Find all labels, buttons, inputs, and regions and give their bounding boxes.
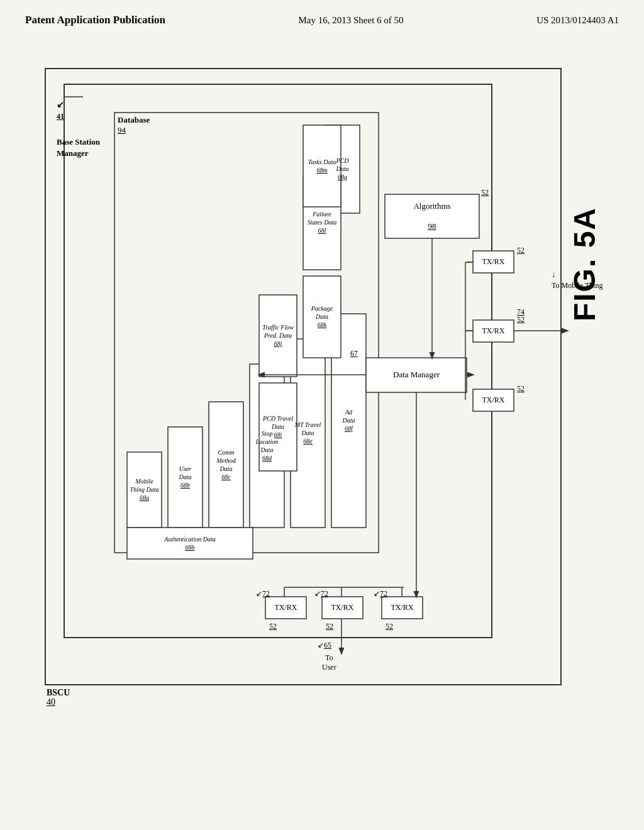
txrx-right-1: TX/RX [473,251,514,273]
bscu-num: 40 [47,697,55,707]
txrx-bottom-1: TX/RX [265,597,306,619]
data-box-68h: Authentication Data68h [127,528,253,559]
bsm-ref-arrow: ↙ [57,100,64,109]
txrx-right-2: TX/RX [473,320,514,342]
data-box-68j: Traffic FlowPred. Data68j [259,295,297,377]
publication-title: Patent Application Publication [25,13,165,28]
txrx-bottom-3: TX/RX [382,597,423,619]
algo-ref-num: 52 [481,188,489,197]
diagram: BSCU 40 ↙ 41 Base Station Manager Databa… [33,50,611,773]
bsm-label: ↙ 41 Base Station Manager [57,87,100,160]
to-user-label: ToUser [322,653,336,672]
db-num: 94 [118,125,126,135]
data-manager-box: 67 Data Manager [366,358,467,392]
page-header: Patent Application Publication May 16, 2… [25,13,619,31]
ref-52-bot-a: 52 [269,622,277,631]
txrx-bottom-2: TX/RX [322,597,363,619]
bscu-label: BSCU [47,688,70,698]
ref-74: 74 [517,307,525,317]
data-box-68m: Tasks Data68m [303,125,341,207]
data-box-68k: PackageData68k [303,276,341,358]
publication-number: US 2013/0124403 A1 [536,13,619,26]
ref-72-a: ↙72 [256,589,270,599]
ref-52-bot-c: 52 [386,622,393,631]
data-box-68b: UserData68b [168,427,203,528]
page: Patent Application Publication May 16, 2… [0,0,644,830]
publication-date: May 16, 2013 Sheet 6 of 50 [298,13,403,26]
ref-65: ↙65 [318,641,331,650]
algorithms-box: Algorithms 98 [385,194,479,238]
db-label: Database [118,115,150,125]
data-box-68c: CommMethodData68c [209,402,243,528]
ref-72-c: ↙72 [374,589,387,599]
ref-52-a: 52 [517,246,525,255]
data-box-68a: MobileThing Data68a [127,452,162,528]
fig-label: FIG. 5A [567,207,602,321]
txrx-right-3: TX/RX [473,389,514,411]
ref-52-c: 52 [517,384,525,394]
data-box-68i: PCD TravelData68i [259,383,297,471]
bsm-ref-num: 41 [57,112,64,121]
ref-52-bot-b: 52 [326,622,333,631]
ref-72-b: ↙72 [314,589,328,599]
